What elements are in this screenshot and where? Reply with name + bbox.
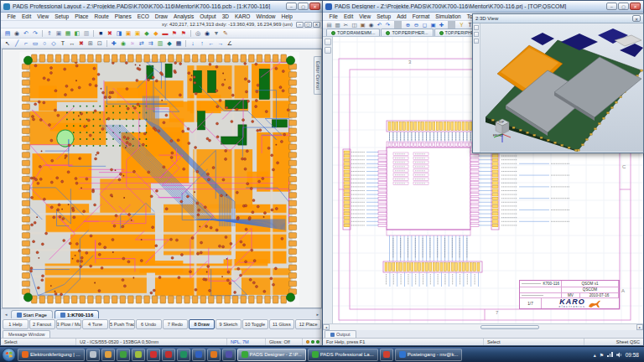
volume-icon[interactable] (616, 352, 622, 358)
zoom-out-icon[interactable]: ⊖ (413, 21, 420, 28)
menu-item[interactable]: View (356, 13, 374, 19)
panel-toggle-button[interactable] (325, 39, 331, 45)
flag2-icon[interactable]: ⚑ (179, 29, 188, 38)
find-icon[interactable]: ◉ (367, 21, 375, 28)
pour-icon[interactable]: ▣ (133, 29, 142, 38)
menu-item[interactable]: Format (409, 13, 433, 19)
snap-icon[interactable]: ⊡ (96, 39, 104, 48)
save-icon[interactable]: ▤ (3, 29, 12, 38)
zoom-fit-icon[interactable]: ▣ (429, 21, 437, 28)
taskbar-item[interactable] (222, 349, 236, 361)
taskbar-item[interactable] (147, 349, 160, 361)
network-icon[interactable] (607, 352, 613, 357)
menu-item[interactable]: Route (91, 13, 112, 19)
fanout-icon[interactable]: ⇉ (147, 39, 155, 48)
menu-item[interactable]: View (34, 13, 52, 19)
function-key-button[interactable]: 5 Push Trace (109, 319, 135, 329)
designer-titlebar[interactable]: PADS Designer - Z:\Projekte.PADS\K700\K7… (323, 1, 643, 13)
menu-item[interactable]: Simulation (433, 13, 464, 19)
layout-titlebar[interactable]: PADS Professional Layout - Z:\Projekte.P… (1, 1, 323, 13)
new-icon[interactable]: ▤ (325, 21, 333, 28)
redo-icon[interactable]: ↷ (384, 21, 392, 28)
taskbar-item[interactable] (117, 349, 130, 361)
mdi-minimize-button[interactable]: – (296, 22, 304, 28)
message-window-tab[interactable]: Message Window (3, 330, 50, 338)
taskbar-item[interactable] (86, 349, 100, 361)
cut-icon[interactable]: ✂ (342, 21, 350, 28)
function-key-button[interactable]: 9 Sketch (216, 319, 242, 329)
rect-icon[interactable]: ▭ (31, 39, 39, 48)
menu-item[interactable]: File (4, 13, 18, 19)
options-icon[interactable]: ▼ (212, 29, 221, 38)
taskbar-item[interactable] (162, 349, 175, 361)
polyline-icon[interactable]: ⌐ (22, 39, 30, 48)
menu-item[interactable]: Setup (374, 13, 394, 19)
toolbar-icon[interactable] (93, 30, 94, 37)
mdi-close-button[interactable]: ✕ (313, 22, 320, 28)
close-button[interactable]: ✕ (630, 3, 641, 10)
taskbar-item[interactable] (132, 349, 145, 361)
scroll-left-icon[interactable]: ◂ (323, 324, 330, 330)
taskbar-item[interactable]: PADS Professional La... (308, 349, 378, 361)
panel-pin-button[interactable] (325, 47, 331, 54)
menu-item[interactable]: KARO (231, 13, 252, 19)
zoom-window-icon[interactable]: ◻ (421, 21, 428, 28)
menu-item[interactable]: 3D (219, 13, 231, 19)
text-icon[interactable]: T (59, 39, 67, 48)
left-icon[interactable]: ← (207, 39, 216, 48)
taskbar-item[interactable] (207, 349, 221, 361)
display-control-icon[interactable]: ◨ (115, 29, 123, 38)
taskbar-item[interactable]: Posteingang - mv@k... (395, 349, 463, 361)
menu-item[interactable]: Planes (112, 13, 134, 19)
toolbar-icon[interactable] (185, 40, 186, 47)
menu-item[interactable]: Add (394, 13, 410, 19)
function-key-button[interactable]: 3 Plow / Multi (56, 319, 82, 329)
menu-item[interactable]: Window (253, 13, 278, 19)
zoom-in-icon[interactable]: ⊕ (404, 21, 412, 28)
3d-tool-button[interactable] (474, 25, 479, 30)
function-key-button[interactable]: 12 Place (295, 319, 321, 329)
menu-item[interactable]: ECO (134, 13, 152, 19)
document-tab[interactable]: Start Page (11, 310, 53, 318)
3d-close-button[interactable]: ✕ (632, 15, 641, 22)
via-icon[interactable]: ◆ (143, 29, 151, 38)
maximize-button[interactable]: ▢ (298, 3, 309, 10)
pcb-board-view[interactable] (19, 52, 299, 306)
3d-board-render[interactable] (480, 23, 643, 152)
undo-icon[interactable]: ↶ (22, 29, 30, 38)
find-icon[interactable]: ◉ (13, 29, 21, 38)
net-search-icon[interactable]: ◉ (203, 29, 211, 38)
toolbar-icon[interactable] (106, 40, 107, 47)
taskbar-item[interactable] (380, 349, 393, 361)
collapsed-panel-strip[interactable] (323, 37, 333, 323)
sheet-tab[interactable]: TOP.PERIPHER... (381, 28, 433, 36)
minimize-button[interactable]: – (606, 3, 617, 10)
delete-icon[interactable]: ✖ (77, 39, 86, 48)
taskbar-item[interactable]: PADS Designer - Z:\P... (237, 349, 306, 361)
function-key-button[interactable]: 4 Tune (82, 319, 108, 329)
start-button[interactable] (2, 348, 16, 362)
function-key-button[interactable]: 6 Undo (136, 319, 162, 329)
menu-item[interactable]: Place (72, 13, 91, 19)
mdi-restore-button[interactable]: ▢ (304, 22, 312, 28)
output-tab[interactable]: Output (325, 330, 356, 338)
taskbar-item[interactable] (192, 349, 205, 361)
horizontal-scrollbar[interactable]: ◂ ▸ (323, 323, 643, 330)
document-tab[interactable]: 1:K700-116 (55, 310, 99, 318)
function-key-button[interactable]: 7 Redo (163, 319, 189, 329)
flag-icon[interactable]: ⚑ (170, 29, 179, 38)
function-key-button[interactable]: 11 Gloss (269, 319, 295, 329)
toolbar-icon[interactable] (190, 30, 191, 37)
taskbar-item[interactable]: Elektronikfertigung | ... (18, 349, 85, 361)
open-board-icon[interactable]: ▦ (64, 29, 72, 38)
redo-icon[interactable]: ↷ (31, 29, 39, 38)
down-icon[interactable]: ↓ (189, 39, 197, 48)
move-up-icon[interactable]: ⇑ (45, 29, 54, 38)
menu-item[interactable]: Setup (52, 13, 72, 19)
minimize-button[interactable]: – (286, 3, 297, 10)
menu-item[interactable]: File (326, 13, 340, 19)
close-button[interactable]: ✕ (309, 3, 320, 10)
circle-icon[interactable]: ○ (40, 39, 49, 48)
plane-icon[interactable]: ■ (96, 29, 105, 38)
tab-scroll-right-icon[interactable]: ▸ (314, 312, 320, 317)
